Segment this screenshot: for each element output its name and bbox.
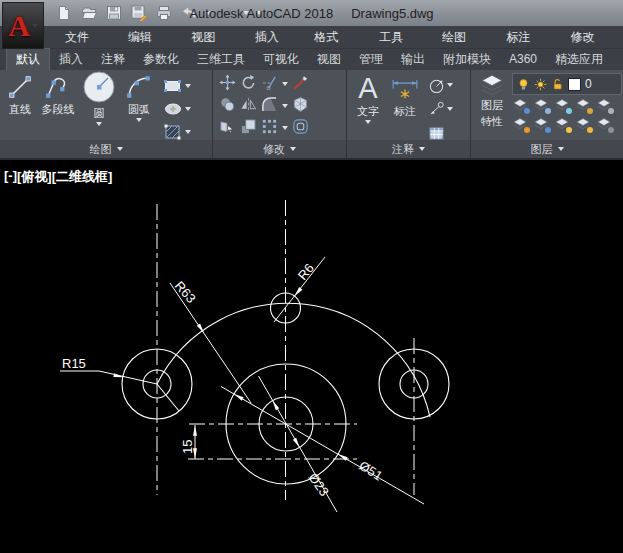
leader-button[interactable] — [428, 98, 453, 120]
arc-dropdown-icon[interactable] — [136, 118, 142, 122]
modify-panel-title: 修改 — [263, 142, 285, 157]
layer-dropdown[interactable]: 0 — [512, 73, 622, 95]
dimstyle-dropdown-icon[interactable] — [447, 83, 453, 87]
trim-icon[interactable] — [261, 74, 278, 95]
layer-on-bulb-icon[interactable] — [517, 78, 530, 91]
layer-isolate-icon[interactable] — [512, 97, 530, 114]
offset-icon[interactable] — [292, 118, 309, 139]
panel-expand-icon — [290, 147, 296, 151]
undo-icon[interactable] — [180, 4, 198, 22]
panel-label-modify[interactable]: 修改 — [213, 140, 346, 158]
panel-label-layers[interactable]: 图层 — [471, 140, 623, 158]
layer-properties-button[interactable]: 图层 特性 — [476, 73, 508, 129]
tab-featured-apps[interactable]: 精选应用 — [546, 49, 612, 70]
tab-manage[interactable]: 管理 — [350, 49, 392, 70]
tab-output[interactable]: 输出 — [392, 49, 434, 70]
tab-annotate[interactable]: 注释 — [92, 49, 134, 70]
panel-expand-icon — [419, 147, 425, 151]
trim-dropdown-icon[interactable] — [282, 82, 288, 86]
menu-modify[interactable]: 修改(M) — [558, 26, 623, 48]
move-icon[interactable] — [219, 74, 236, 95]
app-menu-button[interactable]: A — [2, 2, 44, 49]
ribbon-tab-bar: 默认 插入 注释 参数化 三维工具 可视化 视图 管理 输出 附加模块 A360… — [0, 48, 623, 70]
line-button[interactable]: 直线 — [5, 73, 35, 117]
layer-freeze-icon[interactable] — [554, 97, 572, 114]
tab-3dtools[interactable]: 三维工具 — [188, 49, 254, 70]
save-icon[interactable] — [105, 4, 123, 22]
text-dropdown-icon[interactable] — [365, 120, 371, 124]
hatch-dropdown-icon[interactable] — [185, 130, 191, 134]
redo-icon[interactable] — [218, 4, 236, 22]
fillet-icon[interactable] — [261, 96, 278, 117]
tab-view[interactable]: 视图 — [308, 49, 350, 70]
tab-visualize[interactable]: 可视化 — [254, 49, 308, 70]
save-as-icon[interactable] — [130, 4, 148, 22]
layer-match-icon[interactable] — [596, 97, 614, 114]
ellipse-button[interactable] — [163, 98, 191, 120]
undo-dropdown-icon[interactable] — [205, 11, 211, 15]
fillet-dropdown-icon[interactable] — [282, 104, 288, 108]
ellipse-dropdown-icon[interactable] — [185, 107, 191, 111]
dim-text-d23: Ø23 — [306, 470, 332, 499]
circle-dropdown-icon[interactable] — [96, 122, 102, 126]
panel-label-draw[interactable]: 绘图 — [0, 140, 212, 158]
tab-a360[interactable]: A360 — [500, 49, 546, 70]
menu-insert[interactable]: 插入(I) — [242, 26, 301, 48]
layer-unlock-icon[interactable] — [551, 78, 564, 91]
dimstyle-button[interactable] — [428, 74, 453, 96]
drawing-viewport[interactable]: [-] [俯视] [二维线框] — [0, 160, 623, 553]
dimension-icon — [390, 73, 420, 103]
rotate-icon[interactable] — [240, 74, 257, 95]
erase-icon[interactable] — [292, 74, 309, 95]
mirror-icon[interactable] — [240, 96, 257, 117]
menu-file[interactable]: 文件(F) — [52, 26, 115, 48]
array-icon[interactable] — [261, 118, 278, 139]
autocad-window: A Autodesk AutoCAD 2018 Drawing5.dwg 文件(… — [0, 0, 623, 553]
new-file-icon[interactable] — [55, 4, 73, 22]
layer-make-current-icon[interactable] — [533, 97, 551, 114]
panel-expand-icon — [117, 147, 123, 151]
layer-on-icon[interactable] — [512, 116, 530, 133]
rectangle-dropdown-icon[interactable] — [185, 84, 191, 88]
arc-icon — [123, 73, 155, 101]
menu-view[interactable]: 视图(V) — [179, 26, 243, 48]
layer-lock-icon[interactable] — [575, 97, 593, 114]
tab-parametric[interactable]: 参数化 — [134, 49, 188, 70]
text-button[interactable]: A 文字 — [354, 73, 382, 124]
qat-customize-dropdown-icon[interactable] — [256, 11, 262, 15]
leader-dropdown-icon[interactable] — [447, 107, 453, 111]
menu-tools[interactable]: 工具(T) — [366, 26, 429, 48]
polyline-button[interactable]: 多段线 — [41, 73, 75, 117]
dimension-button[interactable]: 标注 — [390, 73, 420, 119]
rectangle-button[interactable] — [163, 75, 191, 97]
tab-insert[interactable]: 插入 — [50, 49, 92, 70]
tab-addins[interactable]: 附加模块 — [434, 49, 500, 70]
layer-thaw-icon[interactable] — [554, 116, 572, 133]
layer-color-swatch[interactable] — [568, 78, 581, 91]
menu-draw[interactable]: 绘图(D) — [429, 26, 493, 48]
panel-expand-icon — [558, 147, 564, 151]
redo-dropdown-icon[interactable] — [243, 11, 249, 15]
explode-icon[interactable] — [292, 96, 309, 117]
panel-label-annotate[interactable]: 注释 — [347, 140, 470, 158]
polyline-label: 多段线 — [42, 102, 75, 117]
cad-drawing[interactable]: R15 R63 R6 Ø51 Ø23 15 — [0, 160, 623, 553]
scale-icon[interactable] — [240, 118, 257, 139]
layer-walk-icon[interactable] — [533, 116, 551, 133]
print-icon[interactable] — [155, 4, 173, 22]
menu-dimension[interactable]: 标注(N) — [493, 26, 557, 48]
menu-edit[interactable]: 编辑(E) — [115, 26, 179, 48]
menu-format[interactable]: 格式(O) — [301, 26, 366, 48]
layer-unlock-tool-icon[interactable] — [575, 116, 593, 133]
layer-thaw-sun-icon[interactable] — [534, 78, 547, 91]
dim-text-15: 15 — [180, 440, 195, 454]
panel-layers: 图层 特性 0 — [470, 70, 623, 158]
open-folder-icon[interactable] — [80, 4, 98, 22]
layer-off-icon[interactable] — [596, 116, 614, 133]
tab-home[interactable]: 默认 — [6, 48, 50, 70]
arc-button[interactable]: 圆弧 — [123, 73, 155, 122]
stretch-icon[interactable] — [219, 118, 236, 139]
array-dropdown-icon[interactable] — [282, 126, 288, 130]
copy-icon[interactable] — [219, 96, 236, 117]
circle-button[interactable]: 圆 — [81, 73, 117, 126]
